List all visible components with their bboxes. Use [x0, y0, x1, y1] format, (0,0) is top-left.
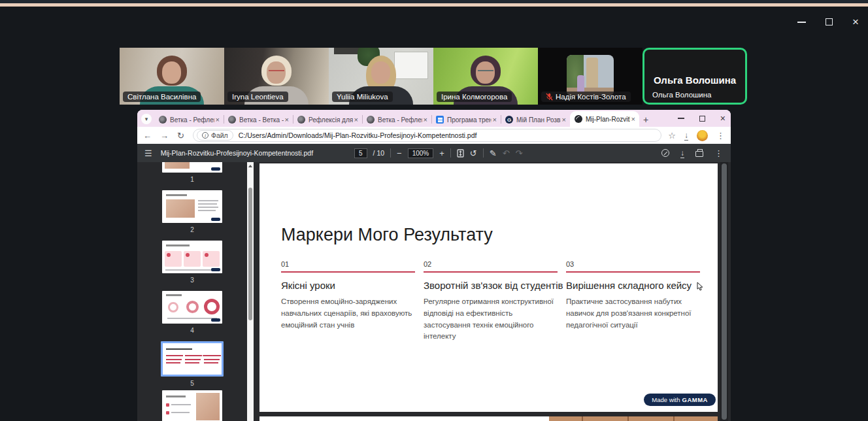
zoom-out-icon[interactable]: − — [397, 148, 402, 158]
page-3-thumbnail[interactable] — [162, 241, 222, 273]
downloads-icon[interactable]: ↓ — [684, 132, 688, 139]
back-icon[interactable]: ← — [143, 131, 152, 141]
browser-close-icon[interactable]: × — [720, 113, 726, 124]
url-text: C:/Users/Admin/Downloads/Mij-Plan-Rozvit… — [239, 131, 477, 139]
browser-menu-icon[interactable]: ⋮ — [716, 131, 725, 141]
thumb-red-tick — [166, 411, 169, 414]
sidebar-scrollbar[interactable] — [247, 162, 254, 421]
tab-vetka-1[interactable]: Ветка - Рефлексія дл × — [154, 112, 224, 127]
thumbnail-item: 3 — [137, 241, 247, 291]
slide-column-3: 03 Вирішення складного кейсу Практичне з… — [566, 260, 700, 343]
thumbnail-sidebar: 1 2 — [137, 162, 247, 421]
slide-column-1: 01 Якісні уроки Створення емоційно-заряд… — [281, 260, 415, 343]
thumb-ring — [186, 301, 199, 313]
signature-pen-icon[interactable]: ✎ — [490, 148, 497, 158]
tab-title: Ветка - Рефлексія дл — [378, 116, 422, 124]
tab-vetka-3[interactable]: Ветка - Рефлексія дл × — [362, 112, 431, 127]
chrome-browser-window: ▾ Ветка - Рефлексія дл × Ветка - Ветка -… — [137, 110, 731, 421]
document-scrollbar-thumb[interactable] — [722, 163, 727, 420]
browser-maximize-icon[interactable] — [699, 116, 705, 122]
participant-video-strip: Світлана Василівна Iryna Leontieva Yulii… — [120, 48, 747, 105]
sidebar-scrollbar-thumb[interactable] — [248, 188, 252, 320]
pdf-download-icon[interactable]: ↓ — [680, 150, 684, 156]
tab-title: Mij-Plan-Rozvitku-Pr — [586, 116, 630, 123]
close-icon[interactable]: × — [852, 18, 859, 25]
scroll-up-arrow-icon[interactable] — [248, 165, 252, 167]
tab-search-button[interactable]: ▾ — [141, 114, 152, 124]
glasses — [269, 70, 284, 74]
page-number-input[interactable]: 5 — [354, 148, 367, 158]
address-bar: ← → ↻ i Файл C:/Users/Admin/Downloads/Mi… — [137, 127, 731, 144]
thumbnail-item: 2 — [137, 190, 247, 241]
forward-icon[interactable]: → — [160, 131, 169, 141]
tab-close-icon[interactable]: × — [492, 116, 498, 124]
tab-training-program[interactable]: Програма тренінгу × — [431, 112, 501, 127]
bookmark-star-icon[interactable]: ☆ — [668, 131, 676, 141]
zoom-in-icon[interactable]: + — [439, 148, 444, 158]
profile-avatar[interactable] — [697, 130, 708, 141]
thumbnail-page-number: 2 — [190, 226, 194, 234]
tab-close-icon[interactable]: × — [284, 116, 290, 124]
thumbnail-item: 4 — [137, 291, 247, 341]
participant-name-text: Надія Костів-Золота — [556, 93, 626, 101]
tab-close-icon[interactable]: × — [561, 116, 567, 124]
tab-close-icon[interactable]: × — [630, 115, 637, 123]
tab-vetka-2[interactable]: Ветка - Ветка - Рефле × — [224, 112, 293, 127]
pdf-filename: Mij-Plan-Rozvitku-Profesijnoyi-Kompetent… — [161, 149, 313, 157]
pdf-page-controls: 5 / 10 − 100% + ↺ ✎ ↶ ↷ — [354, 148, 522, 158]
tab-title: Ветка - Рефлексія дл — [170, 116, 214, 124]
thumbnail-page-number: 4 — [190, 327, 194, 335]
column-heading: Вирішення складного кейсу — [566, 280, 700, 291]
undo-icon[interactable]: ↶ — [503, 148, 510, 158]
avatar — [567, 55, 614, 96]
browser-window-controls: × — [678, 110, 726, 127]
annotate-icon[interactable] — [661, 149, 669, 157]
browser-minimize-icon[interactable] — [678, 118, 684, 119]
maximize-icon[interactable] — [826, 18, 833, 25]
video-tile-iryna-k[interactable]: Ірина Колмогорова — [433, 48, 538, 105]
thumb-red-rule — [185, 355, 202, 356]
page-4-thumbnail[interactable] — [162, 291, 222, 324]
participant-display-name: Ольга Волошина — [644, 75, 745, 86]
video-tile-yuliia[interactable]: Yuliia Miliukova — [329, 48, 433, 105]
page-6-thumbnail[interactable] — [162, 390, 222, 421]
pdf-more-icon[interactable]: ⋮ — [714, 148, 723, 158]
tab-pdf-active[interactable]: Mij-Plan-Rozvitku-Pr × — [570, 111, 639, 127]
tab-development-plan[interactable]: G Мій План Розвитку × — [501, 112, 570, 127]
thumb-line — [198, 207, 218, 208]
file-scheme-chip[interactable]: i Файл — [197, 130, 233, 141]
avatar-person — [577, 75, 584, 92]
page-2-thumbnail[interactable] — [162, 190, 222, 223]
fit-page-icon[interactable] — [457, 149, 464, 158]
new-tab-button[interactable]: + — [643, 114, 648, 125]
info-icon: i — [202, 132, 209, 139]
thumb-line — [198, 203, 217, 205]
page-5-thumbnail-selected[interactable] — [161, 341, 224, 377]
video-tile-nadiia[interactable]: Надія Костів-Золота — [538, 48, 643, 105]
page-1-thumbnail[interactable] — [162, 162, 222, 173]
tab-close-icon[interactable]: × — [353, 116, 359, 124]
video-tile-svitlana[interactable]: Світлана Василівна — [120, 48, 224, 105]
tab-kahoot-reflection[interactable]: Рефлексія для Kahoo × — [293, 112, 362, 127]
column-heading: Якісні уроки — [281, 280, 415, 291]
vetka-favicon — [228, 116, 236, 124]
pdf-toolbar-actions: ↓ ⋮ — [661, 148, 723, 158]
url-input[interactable]: i Файл C:/Users/Admin/Downloads/Mij-Plan… — [193, 129, 661, 142]
gamma-favicon: G — [505, 116, 513, 124]
sidebar-toggle-icon[interactable]: ☰ — [144, 148, 152, 158]
address-bar-actions: ☆ ↓ ⋮ — [668, 130, 725, 141]
chip-label: Файл — [211, 131, 228, 139]
video-tile-olha-active-speaker[interactable]: Ольга Волошина Ольга Волошина — [643, 48, 747, 105]
print-icon[interactable] — [695, 151, 703, 157]
redo-icon[interactable]: ↷ — [516, 148, 523, 158]
minimize-icon[interactable] — [797, 22, 806, 23]
document-scrollbar[interactable] — [720, 162, 728, 421]
reload-icon[interactable]: ↻ — [177, 131, 184, 141]
zoom-level-input[interactable]: 100% — [408, 148, 434, 158]
tab-close-icon[interactable]: × — [422, 116, 429, 124]
tab-close-icon[interactable]: × — [214, 116, 221, 124]
thumb-badge — [211, 218, 220, 221]
tab-title: Програма тренінгу — [447, 116, 492, 124]
video-tile-iryna[interactable]: Iryna Leontieva — [224, 48, 329, 105]
rotate-icon[interactable]: ↺ — [470, 148, 477, 158]
